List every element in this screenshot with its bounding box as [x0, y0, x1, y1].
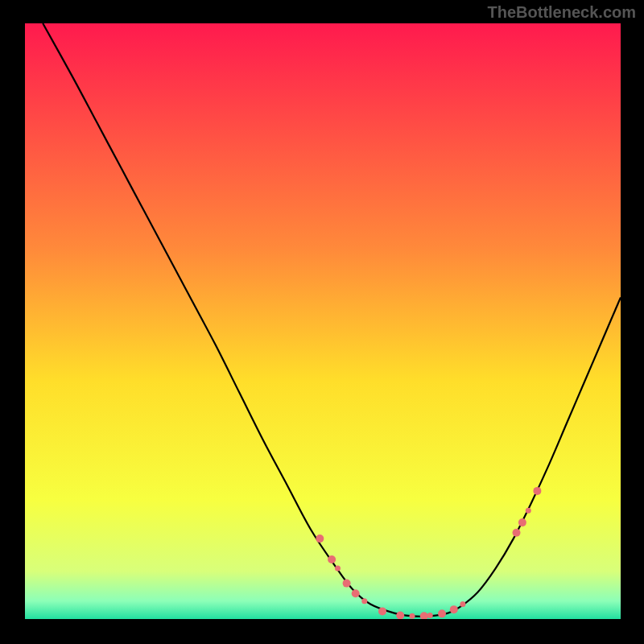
curve-marker	[450, 605, 458, 613]
watermark: TheBottleneck.com	[488, 3, 636, 22]
plot-area	[25, 23, 621, 619]
curve-marker	[410, 613, 415, 619]
curve-marker	[352, 589, 360, 597]
curve-marker	[460, 601, 465, 607]
curve-marker	[328, 555, 336, 564]
chart-svg	[25, 23, 621, 619]
gradient-background	[25, 23, 621, 619]
curve-marker	[518, 518, 526, 526]
curve-marker	[533, 487, 541, 495]
curve-marker	[526, 508, 531, 514]
curve-marker	[427, 613, 433, 618]
curve-marker	[335, 566, 341, 572]
curve-marker	[361, 598, 367, 604]
curve-marker	[513, 529, 521, 537]
curve-marker	[316, 535, 324, 543]
curve-marker	[343, 580, 351, 588]
curve-marker	[378, 607, 386, 615]
curve-marker	[438, 609, 446, 617]
chart-container: TheBottleneck.com	[0, 0, 644, 644]
